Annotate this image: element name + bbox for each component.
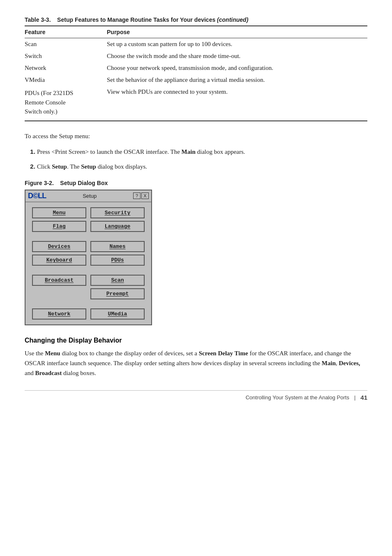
intro-paragraph: To access the Setup menu: <box>25 131 367 141</box>
feature-cell: Network <box>25 62 107 74</box>
page-number: 41 <box>360 394 367 401</box>
section-heading: Changing the Display Behavior <box>25 337 367 344</box>
close-button[interactable]: X <box>141 192 149 199</box>
feature-cell: Scan <box>25 38 107 51</box>
feature-line3: Switch only.) <box>25 108 58 115</box>
separator6 <box>90 302 145 306</box>
steps-list: Press <Print Screen> to launch the OSCAR… <box>37 147 367 171</box>
feature-cell: Switch <box>25 50 107 62</box>
broadcast-bold: Broadcast <box>35 370 62 376</box>
separator3 <box>32 268 86 272</box>
separator5 <box>32 302 86 306</box>
figure-title: Setup Dialog Box <box>60 180 108 186</box>
step1-bold: Main <box>182 148 196 155</box>
step2-bold1: Setup <box>52 163 67 170</box>
purpose-cell: View which PDUs are connected to your sy… <box>107 86 367 121</box>
section-body: Use the Menu dialog box to change the di… <box>25 348 367 378</box>
figure-caption: Figure 3-2. Setup Dialog Box <box>25 180 367 186</box>
key-code: <Print Screen> <box>51 148 89 155</box>
flag-button[interactable]: Flag <box>32 221 86 232</box>
oscar-dialog: D©LL Setup ? X Menu Security Flag Langua… <box>25 190 152 325</box>
feature-line1: PDUs (For 2321DS <box>25 90 73 96</box>
table-row: Switch Choose the switch mode and the sh… <box>25 50 367 62</box>
dialog-title: Setup <box>46 193 133 199</box>
main-bold: Main <box>322 360 336 366</box>
names-button[interactable]: Names <box>90 241 145 252</box>
table-caption-italic: (continued) <box>217 16 248 23</box>
table-row: Network Choose your network speed, trans… <box>25 62 367 74</box>
help-button[interactable]: ? <box>133 192 141 199</box>
figure-label: Figure 3-2. <box>25 180 54 186</box>
table-caption: Table 3-3. Setup Features to Manage Rout… <box>25 16 367 23</box>
features-table: Feature Purpose Scan Set up a custom sca… <box>25 25 367 121</box>
oscar-titlebar: D©LL Setup ? X <box>25 190 151 202</box>
purpose-cell: Choose the switch mode and the share mod… <box>107 50 367 62</box>
feature-cell: PDUs (For 2321DS Remote Console Switch o… <box>25 86 107 121</box>
feature-line2: Remote Console <box>25 99 66 106</box>
page-footer: Controlling Your System at the Analog Po… <box>25 390 367 401</box>
footer-text: Controlling Your System at the Analog Po… <box>246 394 349 401</box>
devices-button[interactable]: Devices <box>32 241 86 252</box>
dell-logo: D©LL <box>28 192 46 200</box>
preempt-button[interactable]: Preempt <box>90 288 145 299</box>
step-2: Click Setup. The Setup dialog box displa… <box>37 162 367 171</box>
separator2 <box>90 234 145 239</box>
titlebar-controls: ? X <box>133 192 149 199</box>
table-row: VMedia Set the behavior of the appliance… <box>25 74 367 86</box>
col-header-feature: Feature <box>25 26 107 38</box>
col-header-purpose: Purpose <box>107 26 367 38</box>
intro-text: To access the Setup menu: <box>25 133 90 139</box>
security-button[interactable]: Security <box>90 207 145 218</box>
separator4 <box>90 268 145 272</box>
keyboard-button[interactable]: Keyboard <box>32 255 86 266</box>
button-grid: Menu Security Flag Language Devices Name… <box>32 207 145 320</box>
table-caption-label: Table 3-3. <box>25 16 51 23</box>
dialog-content: Menu Security Flag Language Devices Name… <box>25 202 151 324</box>
purpose-cell: Choose your network speed, transmission … <box>107 62 367 74</box>
broadcast-button[interactable]: Broadcast <box>32 275 86 286</box>
separator1 <box>32 234 86 239</box>
feature-cell: VMedia <box>25 74 107 86</box>
footer-separator: | <box>354 394 355 401</box>
language-button[interactable]: Language <box>90 221 145 232</box>
purpose-cell: Set the behavior of the appliance during… <box>107 74 367 86</box>
step2-bold2: Setup <box>81 163 96 170</box>
menu-button[interactable]: Menu <box>32 207 86 218</box>
devices-bold: Devices, <box>339 360 360 366</box>
menu-bold: Menu <box>45 350 60 357</box>
network-button[interactable]: Network <box>32 308 86 320</box>
table-row: Scan Set up a custom scan pattern for up… <box>25 38 367 51</box>
pdus-button[interactable]: PDUs <box>90 255 145 266</box>
purpose-cell: Set up a custom scan pattern for up to 1… <box>107 38 367 51</box>
scan-button[interactable]: Scan <box>90 275 145 286</box>
screen-delay-bold: Screen Delay Time <box>199 350 248 357</box>
table-caption-title: Setup Features to Manage Routine Tasks f… <box>57 16 215 23</box>
step-1: Press <Print Screen> to launch the OSCAR… <box>37 147 367 157</box>
table-row: PDUs (For 2321DS Remote Console Switch o… <box>25 86 367 121</box>
umedia-button[interactable]: UMedia <box>90 308 145 320</box>
